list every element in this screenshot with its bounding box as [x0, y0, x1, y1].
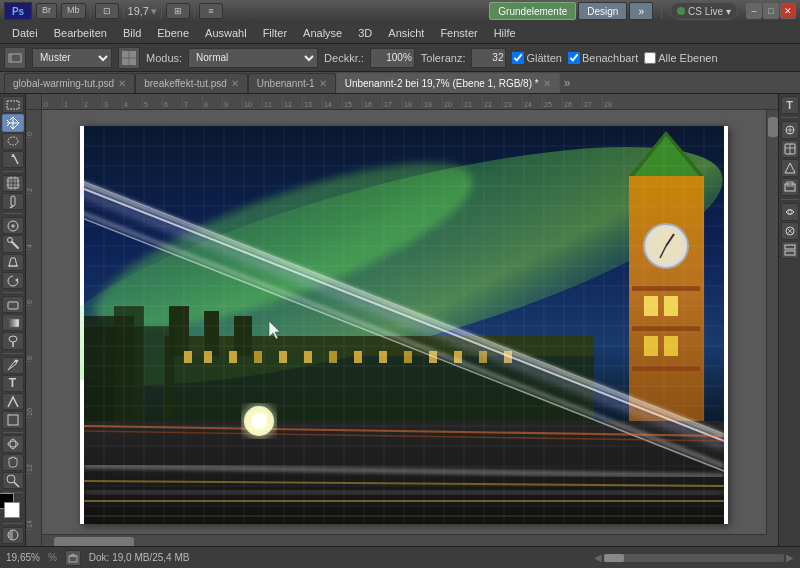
- pattern-select[interactable]: Muster: [32, 48, 112, 68]
- tab-unbenannt2[interactable]: Unbenannt-2 bei 19,7% (Ebene 1, RGB/8) *…: [336, 73, 560, 93]
- svg-rect-14: [11, 196, 15, 206]
- minimize-button[interactable]: –: [746, 3, 762, 19]
- gradient-tool[interactable]: [2, 314, 24, 331]
- ruler-left-mark-14: 14: [26, 502, 34, 530]
- eraser-tool[interactable]: [2, 296, 24, 313]
- modus-select[interactable]: Normal: [188, 48, 318, 68]
- view-mode-button[interactable]: ⊡: [95, 3, 119, 19]
- tab-scroll-arrow[interactable]: »: [560, 76, 575, 90]
- close-tab-breakeffekt[interactable]: ✕: [231, 78, 239, 89]
- quick-mask-btn[interactable]: [2, 527, 24, 544]
- menu-auswahl[interactable]: Auswahl: [197, 25, 255, 41]
- pattern-preview[interactable]: [118, 47, 140, 69]
- bridge-button[interactable]: Br: [36, 3, 57, 19]
- move-tool[interactable]: [2, 114, 24, 131]
- maximize-button[interactable]: □: [763, 3, 779, 19]
- text-tool[interactable]: T: [2, 375, 24, 392]
- svg-rect-23: [8, 302, 18, 309]
- panel-btn-2[interactable]: [781, 140, 799, 158]
- pen-tool[interactable]: [2, 357, 24, 374]
- hand-tool[interactable]: [2, 454, 24, 471]
- benachbart-checkbox[interactable]: [568, 52, 580, 64]
- svg-rect-48: [304, 351, 312, 363]
- alle-ebenen-checkbox[interactable]: [644, 52, 656, 64]
- workspace-buttons: Grundelemente Design »: [489, 2, 653, 20]
- mini-bridge-button[interactable]: Mb: [61, 3, 86, 19]
- menu-hilfe[interactable]: Hilfe: [486, 25, 524, 41]
- canvas-document[interactable]: [80, 126, 728, 524]
- eyedropper-tool[interactable]: [2, 193, 24, 210]
- shape-tool[interactable]: [2, 411, 24, 428]
- text-panel-btn[interactable]: T: [781, 96, 799, 114]
- marquee-tool[interactable]: [2, 96, 24, 113]
- menu-bearbeiten[interactable]: Bearbeiten: [46, 25, 115, 41]
- svg-rect-41: [204, 311, 219, 356]
- close-tab-global-warming[interactable]: ✕: [118, 78, 126, 89]
- tab-unbenannt1[interactable]: Unbenannt-1 ✕: [248, 73, 336, 93]
- tab-breakeffekt[interactable]: breakeffekt-tut.psd ✕: [135, 73, 248, 93]
- menu-bild[interactable]: Bild: [115, 25, 149, 41]
- options-bar: Muster Modus: Normal Deckkr.: Toleranz: …: [0, 44, 800, 72]
- h-scroll-thumb[interactable]: [54, 537, 134, 546]
- canvas-scroll-area[interactable]: [42, 110, 778, 546]
- close-button[interactable]: ✕: [780, 3, 796, 19]
- menu-fenster[interactable]: Fenster: [432, 25, 485, 41]
- modus-label: Modus:: [146, 52, 182, 64]
- menu-filter[interactable]: Filter: [255, 25, 295, 41]
- panel-btn-3[interactable]: [781, 159, 799, 177]
- tab-global-warming[interactable]: global-warming-tut.psd ✕: [4, 73, 135, 93]
- svg-line-32: [14, 482, 19, 487]
- zoom-tool[interactable]: [2, 472, 24, 489]
- path-select-tool[interactable]: [2, 393, 24, 410]
- ruler-left-mark-6: 6: [26, 278, 34, 306]
- history-brush-tool[interactable]: [2, 272, 24, 289]
- dodge-tool[interactable]: [2, 332, 24, 349]
- magic-wand-tool[interactable]: [2, 151, 24, 168]
- workspace-design[interactable]: Design: [578, 2, 627, 20]
- clone-stamp-tool[interactable]: [2, 254, 24, 271]
- close-tab-unbenannt2[interactable]: ✕: [543, 78, 551, 89]
- menu-analyse[interactable]: Analyse: [295, 25, 350, 41]
- svg-rect-42: [234, 316, 252, 356]
- arrange-button[interactable]: ⊞: [166, 3, 190, 19]
- toleranz-input[interactable]: [471, 48, 506, 68]
- menu-ebene[interactable]: Ebene: [149, 25, 197, 41]
- panel-btn-5[interactable]: [781, 203, 799, 221]
- menu-ansicht[interactable]: Ansicht: [380, 25, 432, 41]
- timeline-thumb[interactable]: [604, 554, 624, 562]
- svg-rect-47: [279, 351, 287, 363]
- panel-btn-6[interactable]: [781, 222, 799, 240]
- timeline-next[interactable]: ▶: [786, 552, 794, 563]
- status-info-btn[interactable]: [65, 550, 81, 566]
- benachbart-checkbox-label: Benachbart: [568, 52, 638, 64]
- svg-rect-158: [69, 556, 77, 562]
- healing-brush-tool[interactable]: [2, 217, 24, 234]
- color-swatches[interactable]: [1, 496, 25, 520]
- panel-btn-7[interactable]: [781, 241, 799, 259]
- horizontal-scrollbar[interactable]: [42, 534, 766, 546]
- panel-btn-4[interactable]: [781, 178, 799, 196]
- canvas-row: 02468101214: [26, 110, 778, 546]
- brush-tool[interactable]: [2, 235, 24, 252]
- menu-datei[interactable]: Datei: [4, 25, 46, 41]
- v-scroll-thumb[interactable]: [768, 117, 778, 137]
- 3d-rotate-tool[interactable]: [2, 435, 24, 452]
- tool-options-icon[interactable]: [4, 47, 26, 69]
- workspace-grundelemente[interactable]: Grundelemente: [489, 2, 576, 20]
- vertical-scrollbar[interactable]: [766, 110, 778, 534]
- mode-button[interactable]: ≡: [199, 3, 223, 19]
- cs-live-button[interactable]: CS Live ▾: [670, 2, 738, 20]
- deckk-input[interactable]: [370, 48, 415, 68]
- menu-3d[interactable]: 3D: [350, 25, 380, 41]
- ruler-left-mark-1: [26, 138, 27, 166]
- panel-btn-1[interactable]: [781, 121, 799, 139]
- crop-tool[interactable]: [2, 175, 24, 192]
- timeline-controls: ◀ ▶: [594, 552, 794, 563]
- glaetten-checkbox[interactable]: [512, 52, 524, 64]
- close-tab-unbenannt1[interactable]: ✕: [319, 78, 327, 89]
- svg-point-31: [7, 475, 15, 483]
- timeline-prev[interactable]: ◀: [594, 552, 602, 563]
- background-color[interactable]: [4, 502, 20, 518]
- workspace-more[interactable]: »: [629, 2, 653, 20]
- lasso-tool[interactable]: [2, 133, 24, 150]
